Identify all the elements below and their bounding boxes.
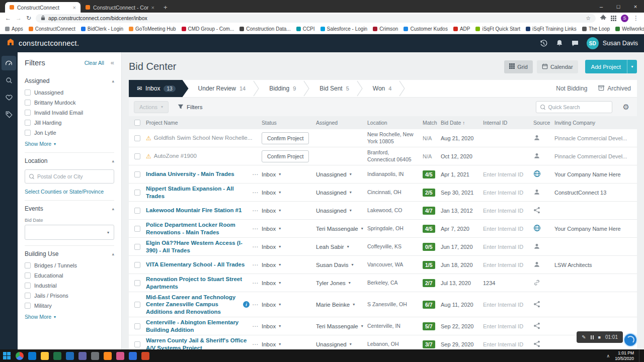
internal-id-field[interactable]: Enter Internal ID	[483, 323, 523, 329]
bookmark-item[interactable]: ADP	[453, 26, 470, 32]
table-row[interactable]: ⚠Goldfish Swim School New Rochelle...Con…	[129, 129, 637, 147]
extensions-icon[interactable]	[600, 14, 606, 23]
table-row[interactable]: Police Department Locker Room Renovation…	[129, 220, 637, 238]
project-name-link[interactable]: Elgin Oâ??Hare Western Access (I-390) - …	[146, 239, 250, 254]
assigned-dropdown[interactable]: Unassigned▾	[316, 341, 352, 347]
row-overflow-menu-icon[interactable]: ⋯	[252, 189, 259, 196]
address-bar[interactable]: app.constructconnect.com/bidcenter/inbox…	[36, 14, 596, 23]
tab-under-review[interactable]: Under Review14	[189, 80, 254, 97]
table-row[interactable]: Warren County Jail & Sheriff's Office A/…	[129, 335, 637, 349]
history-icon[interactable]	[539, 39, 548, 48]
assigned-dropdown[interactable]: Teri Massengale▾	[316, 323, 363, 329]
tab-won[interactable]: Won4	[363, 80, 399, 97]
row-checkbox[interactable]	[134, 208, 140, 214]
tab-bidding[interactable]: Bidding9	[260, 80, 303, 97]
column-header-source[interactable]: Source	[530, 120, 554, 126]
checkbox[interactable]	[25, 100, 31, 106]
bookmark-item[interactable]: Customer Kudos	[404, 26, 447, 32]
column-header-inviting-company[interactable]: Inviting Company	[554, 120, 637, 126]
row-checkbox[interactable]	[134, 135, 140, 141]
show-more-link[interactable]: Show More ▾	[25, 141, 56, 147]
bookmark-item[interactable]: iSqFt Quick Start	[475, 26, 520, 32]
taskbar-globe-app-icon[interactable]	[129, 352, 137, 360]
filters-toggle-button[interactable]: Filters	[175, 104, 205, 111]
column-header-project-name[interactable]: Project Name	[146, 120, 262, 126]
internal-id-field[interactable]: Enter Internal ID	[483, 190, 523, 196]
tab-bid-sent[interactable]: Bid Sent5	[310, 80, 357, 97]
checkbox[interactable]	[25, 130, 31, 136]
bookmark-item[interactable]: Construction Data...	[239, 26, 290, 32]
row-overflow-menu-icon[interactable]: ⋯	[252, 341, 259, 348]
checkbox[interactable]	[25, 89, 31, 96]
quick-search-input[interactable]	[548, 104, 608, 110]
nav-opportunities-icon[interactable]	[2, 90, 16, 105]
select-counties-link[interactable]: Select Counties or State/Province	[25, 189, 114, 195]
bid-date-select[interactable]: ▾	[25, 225, 114, 240]
assigned-dropdown[interactable]: Teri Massengale▾	[316, 226, 363, 232]
taskbar-chrome-icon[interactable]	[16, 352, 24, 360]
clear-all-link[interactable]: Clear All	[85, 60, 104, 66]
project-name-link[interactable]: Indiana University - Main Trades	[146, 170, 234, 177]
bookmark-item[interactable]: CMD Group - Com...	[182, 26, 234, 32]
taskbar-edge-icon[interactable]	[28, 352, 36, 360]
filter-option[interactable]: Bridges / Tunnels	[25, 262, 114, 268]
column-header-assigned[interactable]: Assigned	[316, 120, 367, 126]
column-header-internal-id[interactable]: Internal ID	[483, 120, 530, 126]
filter-option[interactable]: Jon Lytle	[25, 130, 114, 136]
back-icon[interactable]: ←	[5, 15, 11, 21]
row-overflow-menu-icon[interactable]: ⋯	[252, 323, 259, 330]
project-name-link[interactable]: Lakewood Mountair Fire Station #1	[146, 207, 242, 214]
minimize-button[interactable]: –	[593, 0, 610, 13]
project-name-link[interactable]: Police Department Locker Room Renovation…	[146, 221, 250, 236]
filter-option[interactable]: Military	[25, 303, 114, 309]
refresh-icon[interactable]: ↻	[26, 15, 31, 21]
row-overflow-menu-icon[interactable]: ⋯	[252, 243, 259, 250]
section-header[interactable]: Assigned ▴	[25, 77, 114, 84]
add-project-dropdown-icon[interactable]: ▾	[627, 60, 637, 73]
taskbar-outlook-icon[interactable]	[66, 352, 74, 360]
bookmark-star-icon[interactable]: ☆	[586, 15, 591, 22]
column-header-match[interactable]: Match	[423, 120, 441, 126]
bookmark-item[interactable]: The Loop	[582, 26, 610, 32]
apps-grid-icon[interactable]	[611, 16, 616, 21]
table-row[interactable]: Nippert Stadium Expansion - All Trades⋯I…	[129, 184, 637, 202]
table-row[interactable]: Lakewood Mountair Fire Station #1⋯Inbox▾…	[129, 202, 637, 220]
notifications-bell-icon[interactable]	[555, 39, 564, 47]
row-overflow-menu-icon[interactable]: ⋯	[252, 207, 259, 214]
column-header-status[interactable]: Status	[262, 120, 316, 126]
user-avatar[interactable]: SD	[587, 37, 599, 49]
checkbox[interactable]	[25, 120, 31, 126]
assigned-dropdown[interactable]: Marie Beinke▾	[316, 302, 355, 308]
taskbar-clock[interactable]: 1:01 PM 10/5/2020	[615, 350, 634, 361]
column-header-location[interactable]: Location	[367, 120, 423, 126]
show-desktop-strip[interactable]	[639, 349, 641, 362]
project-name-link[interactable]: Centerville - Abington Elementary Buildi…	[146, 319, 250, 333]
bookmark-item[interactable]: Crimson	[373, 26, 398, 32]
forward-icon[interactable]: →	[16, 15, 22, 21]
row-checkbox[interactable]	[134, 302, 140, 308]
add-project-button[interactable]: Add Project	[585, 60, 627, 73]
internal-id-field[interactable]: Enter Internal ID	[483, 262, 523, 268]
quick-search-field[interactable]	[536, 101, 612, 113]
confirm-project-button[interactable]: Confirm Project	[262, 132, 309, 144]
internal-id-field[interactable]: Enter Internal ID	[483, 244, 523, 250]
table-row[interactable]: VITA Elementary School - All Trades⋯Inbo…	[129, 256, 637, 274]
row-checkbox[interactable]	[134, 190, 140, 196]
close-button[interactable]: ×	[627, 0, 644, 13]
row-checkbox[interactable]	[134, 226, 140, 232]
not-bidding-link[interactable]: Not Bidding	[556, 85, 587, 92]
bookmark-item[interactable]: ConstructConnect	[29, 26, 75, 32]
stop-icon[interactable]: ■	[598, 335, 601, 340]
select-all-checkbox[interactable]	[134, 120, 140, 126]
section-header[interactable]: Events ▴	[25, 205, 114, 212]
bookmark-item[interactable]: BidClerk - Login	[81, 26, 123, 32]
pencil-icon[interactable]: ✎	[582, 334, 586, 340]
tab-inbox[interactable]: ✉Inbox13	[129, 80, 189, 97]
archived-link[interactable]: Archived	[598, 85, 631, 93]
browser-menu-icon[interactable]: ⋮	[633, 15, 639, 21]
settings-gear-icon[interactable]: ⚙	[623, 103, 629, 112]
location-search-input[interactable]	[37, 173, 110, 179]
project-name-link[interactable]: VITA Elementary School - All Trades	[146, 261, 245, 268]
checkbox[interactable]	[25, 283, 31, 289]
table-row[interactable]: Mid-East Career and Technology Center Za…	[129, 292, 637, 317]
